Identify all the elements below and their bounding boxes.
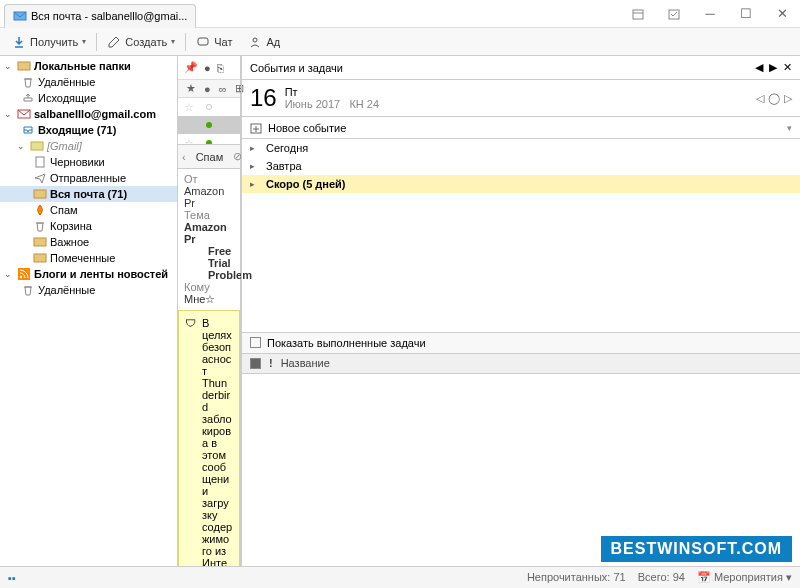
sent-icon	[33, 172, 47, 184]
status-bar: ▪▪ Непрочитанных: 71 Всего: 94 📅 Меропри…	[0, 566, 800, 588]
agenda-today[interactable]: ▸Сегодня	[242, 139, 800, 157]
pin-icon[interactable]: 📌	[184, 61, 198, 74]
calendar-header: События и задачи ◀▶✕	[242, 56, 800, 80]
folder-local[interactable]: ⌄Локальные папки	[0, 58, 177, 74]
folder-blogs-deleted[interactable]: Удалённые	[0, 282, 177, 298]
download-icon	[12, 35, 26, 49]
show-done-checkbox[interactable]	[250, 337, 261, 348]
folder-tree: ⌄Локальные папки Удалённые Исходящие ⌄sa…	[0, 56, 178, 588]
message-preview: От Amazon Pr Тема Amazon Pr Free Trial P…	[178, 168, 240, 310]
message-row[interactable]: ☆	[178, 116, 240, 134]
active-tab[interactable]: Вся почта - salbanelllo@gmai...	[4, 4, 196, 28]
svg-rect-9	[36, 157, 44, 167]
mail-account-icon	[17, 108, 31, 120]
title-column[interactable]: Название	[281, 357, 330, 369]
message-row[interactable]: ☆	[178, 98, 240, 116]
svg-rect-13	[18, 268, 30, 280]
add-event-icon	[250, 122, 262, 134]
svg-rect-11	[34, 238, 46, 246]
svg-rect-10	[34, 190, 46, 198]
folder-trash[interactable]: Корзина	[0, 218, 177, 234]
svg-point-14	[20, 276, 22, 278]
folder-inbox[interactable]: Входящие (71)	[0, 122, 177, 138]
today-icon[interactable]: ◯	[768, 92, 780, 105]
watermark: BESTWINSOFT.COM	[601, 536, 792, 562]
folder-important[interactable]: Важное	[0, 234, 177, 250]
trash-icon	[21, 76, 35, 88]
folder-local-outbox[interactable]: Исходящие	[0, 90, 177, 106]
folder-icon	[33, 252, 47, 264]
folder-blogs[interactable]: ⌄Блоги и ленты новостей	[0, 266, 177, 282]
svg-rect-6	[18, 62, 30, 70]
close-button[interactable]: ✕	[768, 4, 796, 24]
total-count: Всего: 94	[638, 571, 685, 584]
tasks-columns: ! Название	[242, 354, 800, 374]
addressbook-button[interactable]: Ад	[242, 33, 286, 51]
minimize-button[interactable]: ─	[696, 4, 724, 24]
calendar-toggle-icon[interactable]	[624, 4, 652, 24]
titlebar: Вся почта - salbanelllo@gmai... ─ ☐ ✕	[0, 0, 800, 28]
folder-icon	[33, 188, 47, 200]
folder-icon	[17, 60, 31, 72]
prev-day-icon[interactable]: ◁	[756, 92, 764, 105]
new-event-row[interactable]: Новое событие ▾	[242, 117, 800, 139]
unread-count: Непрочитанных: 71	[527, 571, 626, 584]
folder-drafts[interactable]: Черновики	[0, 154, 177, 170]
next-day-icon[interactable]: ▷	[784, 92, 792, 105]
message-list[interactable]: ☆ ☆ ☆ ☆ ☆ ☆ ☆ ☆ ☆ ☆	[178, 98, 240, 144]
inbox-icon	[21, 124, 35, 136]
read-column[interactable]: ●	[204, 83, 211, 95]
date-display: 16 Пт Июнь 2017 КН 24 ◁◯▷	[242, 80, 800, 117]
activity-icon[interactable]: ▪▪	[8, 572, 16, 584]
folder-all-mail[interactable]: Вся почта (71)	[0, 186, 177, 202]
trash-icon	[21, 284, 35, 296]
agenda-soon[interactable]: ▸Скоро (5 дней)	[242, 175, 800, 193]
spam-button[interactable]: Спам	[190, 149, 230, 165]
folder-starred[interactable]: Помеченные	[0, 250, 177, 266]
svg-rect-12	[34, 254, 46, 262]
shield-icon: 🛡	[185, 317, 196, 581]
chat-icon	[196, 35, 210, 49]
message-columns: ★ ● ∞ ⊞	[178, 80, 240, 98]
panel-title: События и задачи	[250, 62, 343, 74]
svg-rect-4	[198, 38, 208, 45]
compose-icon	[107, 35, 121, 49]
folder-local-deleted[interactable]: Удалённые	[0, 74, 177, 90]
attach-column[interactable]: ∞	[219, 83, 227, 95]
chat-button[interactable]: Чат	[190, 33, 238, 51]
done-column[interactable]	[250, 358, 261, 369]
spam-toolbar: ‹ Спам ⊘	[178, 144, 240, 168]
tasks-header: Показать выполненные задачи	[242, 332, 800, 354]
folder-gmail[interactable]: ⌄[Gmail]	[0, 138, 177, 154]
drafts-icon	[33, 156, 47, 168]
svg-rect-8	[31, 142, 43, 150]
create-button[interactable]: Создать▾	[101, 33, 181, 51]
day-number: 16	[250, 84, 277, 112]
rss-icon	[17, 268, 31, 280]
filter-icon[interactable]: ⎘	[217, 62, 224, 74]
maximize-button[interactable]: ☐	[732, 4, 760, 24]
receive-button[interactable]: Получить▾	[6, 33, 92, 51]
close-panel-icon[interactable]: ✕	[783, 61, 792, 74]
calendar-panel: События и задачи ◀▶✕ 16 Пт Июнь 2017 КН …	[241, 56, 800, 588]
star-column[interactable]: ★	[186, 82, 196, 95]
message-filter-bar: 📌 ● ⎘	[178, 56, 240, 80]
day-of-week: Пт	[285, 86, 379, 98]
main-toolbar: Получить▾ Создать▾ Чат Ад	[0, 28, 800, 56]
events-status[interactable]: 📅 Мероприятия ▾	[697, 571, 792, 584]
prev-icon[interactable]: ◀	[755, 61, 763, 74]
folder-icon	[33, 236, 47, 248]
message-row[interactable]: ☆	[178, 134, 240, 144]
folder-account[interactable]: ⌄salbanelllo@gmail.com	[0, 106, 177, 122]
agenda-tomorrow[interactable]: ▸Завтра	[242, 157, 800, 175]
unread-filter-icon[interactable]: ●	[204, 62, 211, 74]
folder-spam[interactable]: Спам	[0, 202, 177, 218]
tasks-toggle-icon[interactable]	[660, 4, 688, 24]
person-icon	[248, 35, 262, 49]
priority-column[interactable]: !	[269, 357, 273, 369]
next-icon[interactable]: ▶	[769, 61, 777, 74]
folder-sent[interactable]: Отправленные	[0, 170, 177, 186]
chevron-down-icon[interactable]: ▾	[787, 123, 792, 133]
back-icon[interactable]: ‹	[182, 151, 186, 163]
window-controls: ─ ☐ ✕	[624, 4, 796, 24]
